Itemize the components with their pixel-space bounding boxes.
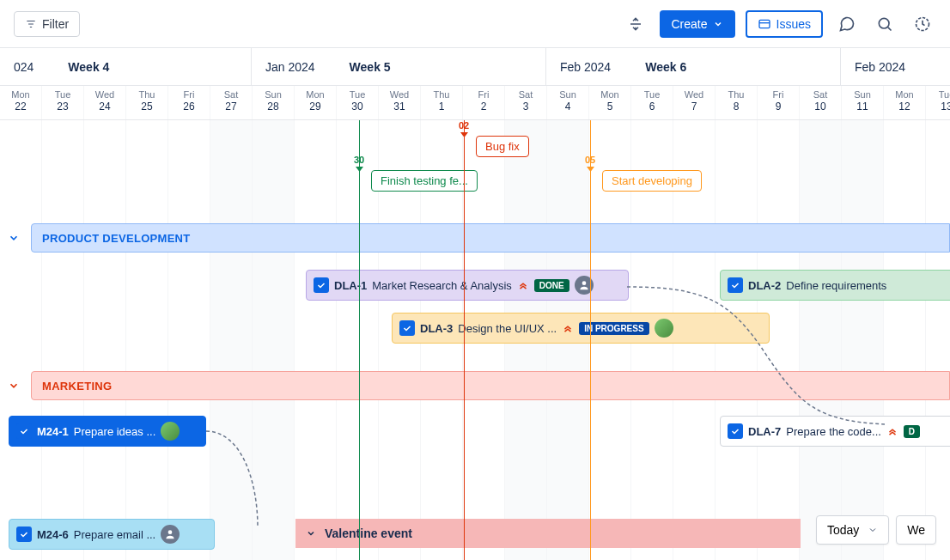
day-header: Sun11 bbox=[842, 86, 884, 119]
week-month: Feb 2024 bbox=[560, 60, 611, 74]
day-header: Tue30 bbox=[337, 86, 379, 119]
week-header: Feb 2024Week 6 bbox=[546, 48, 841, 85]
task-check-icon bbox=[728, 423, 743, 439]
task-title: Define requirements bbox=[786, 279, 886, 292]
swimlane-header[interactable]: PRODUCT DEVELOPMENT bbox=[31, 223, 950, 253]
day-header: Thu8 bbox=[716, 86, 758, 119]
day-header: Mon5 bbox=[589, 86, 631, 119]
task-check-icon bbox=[314, 277, 329, 293]
create-button[interactable]: Create bbox=[660, 10, 735, 38]
day-header: Tue13 bbox=[926, 86, 950, 119]
week-label: Week 5 bbox=[350, 60, 391, 74]
chevron-down-icon bbox=[8, 380, 20, 392]
avatar bbox=[655, 319, 673, 338]
task-check-icon bbox=[16, 423, 32, 439]
task-bar[interactable]: M24-6Prepare email ... bbox=[9, 519, 215, 550]
issues-icon bbox=[758, 17, 771, 31]
marker-triangle-icon bbox=[587, 167, 594, 172]
day-header: Fri26 bbox=[168, 86, 210, 119]
day-header: Wed7 bbox=[673, 86, 716, 119]
day-header: Mon12 bbox=[884, 86, 926, 119]
filter-button[interactable]: Filter bbox=[14, 11, 80, 37]
week-header: 024Week 4 bbox=[0, 48, 252, 85]
day-header: Mon22 bbox=[0, 86, 42, 119]
day-header: Tue6 bbox=[631, 86, 673, 119]
task-check-icon bbox=[16, 527, 32, 542]
chevron-down-icon bbox=[868, 525, 878, 535]
svg-point-12 bbox=[168, 530, 173, 534]
swimlane-toggle[interactable] bbox=[5, 229, 22, 247]
create-label: Create bbox=[672, 17, 708, 31]
task-bar[interactable]: M24-1Prepare ideas ... bbox=[9, 416, 206, 447]
swimlane-header[interactable]: MARKETING bbox=[31, 371, 950, 400]
today-button[interactable]: Today bbox=[816, 515, 889, 545]
filter-label: Filter bbox=[42, 17, 69, 31]
view-button[interactable]: We bbox=[896, 515, 936, 545]
task-title: Prepare ideas ... bbox=[74, 425, 155, 438]
timeline-marker[interactable]: 30 Finish testing fe... bbox=[359, 120, 360, 560]
collapse-icon[interactable] bbox=[622, 10, 649, 38]
issues-button[interactable]: Issues bbox=[746, 10, 823, 38]
marker-date: 30 bbox=[354, 155, 364, 165]
task-key: M24-6 bbox=[37, 528, 69, 541]
week-month: 024 bbox=[14, 60, 33, 74]
task-bar[interactable]: DLA-3Design the UI/UX ...IN PROGRESS bbox=[392, 313, 770, 344]
day-header: Thu25 bbox=[126, 86, 168, 119]
task-key: DLA-7 bbox=[748, 425, 781, 438]
search-icon[interactable] bbox=[871, 10, 898, 38]
week-header: Jan 2024Week 5 bbox=[252, 48, 546, 85]
day-header: Thu1 bbox=[421, 86, 463, 119]
avatar bbox=[161, 525, 180, 544]
svg-point-5 bbox=[879, 18, 889, 28]
event-bar[interactable]: Valentine event bbox=[295, 519, 801, 548]
svg-marker-9 bbox=[460, 132, 468, 137]
task-bar[interactable]: DLA-1Market Research & AnalysisDONE bbox=[306, 270, 629, 301]
task-check-icon bbox=[399, 320, 415, 336]
task-title: Prepare email ... bbox=[74, 528, 155, 541]
task-title: Design the UI/UX ... bbox=[458, 322, 557, 335]
day-header: Sun4 bbox=[547, 86, 589, 119]
svg-marker-10 bbox=[587, 167, 594, 172]
task-bar[interactable]: DLA-7Prepare the code...D bbox=[720, 416, 950, 447]
task-check-icon bbox=[728, 277, 743, 293]
today-label: Today bbox=[827, 523, 859, 537]
svg-rect-3 bbox=[759, 20, 770, 27]
day-header: Fri9 bbox=[758, 86, 800, 119]
clock-icon[interactable] bbox=[909, 10, 936, 38]
marker-date: 02 bbox=[459, 120, 469, 131]
swimlane-toggle[interactable] bbox=[5, 377, 22, 394]
day-header: Sat3 bbox=[505, 86, 547, 119]
marker-badge[interactable]: Bug fix bbox=[476, 136, 529, 157]
marker-badge[interactable]: Start developing bbox=[602, 170, 702, 192]
day-header: Tue23 bbox=[42, 86, 84, 119]
chat-icon[interactable] bbox=[833, 10, 861, 38]
filter-icon bbox=[25, 18, 37, 30]
marker-date: 05 bbox=[585, 155, 595, 165]
task-key: DLA-3 bbox=[420, 322, 453, 335]
chevron-down-icon bbox=[306, 528, 316, 539]
marker-triangle-icon bbox=[356, 167, 363, 172]
timeline-marker[interactable]: 05 Start developing bbox=[590, 120, 591, 560]
chevron-down-icon bbox=[8, 232, 20, 244]
priority-high-icon bbox=[517, 279, 529, 291]
task-title: Market Research & Analysis bbox=[372, 279, 512, 292]
chevron-down-icon bbox=[713, 19, 723, 29]
day-header: Wed24 bbox=[84, 86, 126, 119]
svg-line-6 bbox=[888, 27, 892, 30]
week-label: Week 6 bbox=[645, 60, 686, 74]
task-key: DLA-2 bbox=[748, 279, 781, 292]
task-title: Prepare the code... bbox=[786, 425, 881, 438]
status-badge: DONE bbox=[534, 279, 569, 292]
week-month: Jan 2024 bbox=[265, 60, 315, 74]
day-header: Wed31 bbox=[379, 86, 421, 119]
day-header: Sun28 bbox=[253, 86, 295, 119]
day-header: Mon29 bbox=[295, 86, 337, 119]
priority-high-icon bbox=[886, 425, 898, 437]
view-label: We bbox=[907, 523, 925, 537]
task-bar[interactable]: DLA-2Define requirements bbox=[720, 270, 950, 301]
week-label: Week 4 bbox=[68, 60, 109, 74]
status-badge: D bbox=[904, 425, 920, 438]
avatar bbox=[161, 422, 180, 441]
timeline-marker[interactable]: 02 Bug fix bbox=[464, 120, 465, 560]
marker-badge[interactable]: Finish testing fe... bbox=[371, 170, 478, 192]
